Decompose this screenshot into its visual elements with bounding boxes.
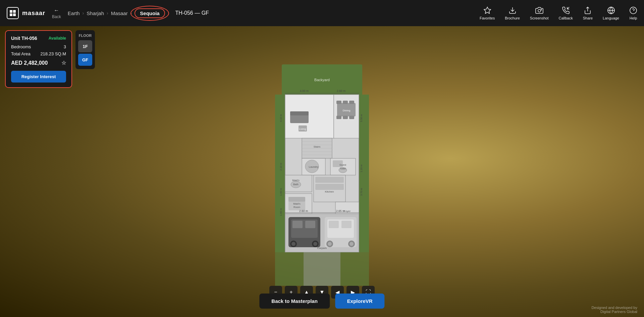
svg-rect-31 <box>343 101 348 104</box>
back-arrow-icon: ← <box>54 7 59 13</box>
floor-gf-button[interactable]: GF <box>78 54 92 66</box>
floor-1f-button[interactable]: 1F <box>78 40 92 52</box>
svg-text:Carpark: Carpark <box>317 247 327 250</box>
unit-status: Available <box>49 36 66 41</box>
svg-text:5.50 m: 5.50 m <box>360 114 363 122</box>
unit-info-panel: Unit TH-056 Available Bedrooms 3 Total A… <box>5 30 72 88</box>
svg-rect-89 <box>329 221 339 228</box>
svg-text:1.20 m: 1.20 m <box>360 164 363 172</box>
svg-rect-90 <box>341 221 352 228</box>
svg-rect-25 <box>290 111 309 115</box>
svg-text:2.60 m: 2.60 m <box>299 209 308 213</box>
top-navigation: masaar ← Back Earth › Sharjah › Masaar ›… <box>0 0 644 26</box>
callback-label: Callback <box>559 16 573 20</box>
svg-rect-32 <box>349 101 354 104</box>
language-action[interactable]: Language <box>603 6 619 20</box>
help-icon <box>629 6 637 14</box>
breadcrumb-sequoia[interactable]: Sequoia <box>135 8 165 18</box>
svg-rect-1 <box>13 10 16 13</box>
breadcrumb-sharjah[interactable]: Sharjah <box>87 10 104 16</box>
unit-id: Unit TH-056 <box>11 36 37 41</box>
camera-icon <box>535 6 543 14</box>
footer-credit: Designed and developed by Digital Partne… <box>592 306 637 314</box>
svg-rect-2 <box>10 13 12 16</box>
svg-rect-3 <box>13 13 16 16</box>
breadcrumb-earth[interactable]: Earth <box>68 10 80 16</box>
back-to-masterplan-button[interactable]: Back to Masterplan <box>259 294 330 309</box>
share-icon <box>584 6 592 14</box>
area-label: Total Area <box>11 51 31 56</box>
unit-price: AED 2,482,000 ☆ <box>11 60 66 66</box>
svg-text:Dining: Dining <box>343 109 351 112</box>
breadcrumb-sep-4: › <box>168 10 169 16</box>
svg-text:2.10 m: 2.10 m <box>279 163 282 170</box>
svg-rect-97 <box>304 252 340 286</box>
svg-point-94 <box>350 242 354 246</box>
breadcrumb: Earth › Sharjah › Masaar › Sequoia › TH-… <box>68 8 480 18</box>
brochure-action[interactable]: Brochure <box>505 6 520 20</box>
svg-text:1.60 m: 1.60 m <box>279 208 282 216</box>
globe-icon <box>607 6 615 14</box>
help-action[interactable]: Help <box>629 6 637 20</box>
svg-text:2.65 m: 2.65 m <box>336 209 345 213</box>
breadcrumb-masaar[interactable]: Masaar <box>111 10 128 16</box>
breadcrumb-sep-2: › <box>107 10 108 16</box>
svg-point-86 <box>313 242 317 246</box>
floor-plan-container: Backyard 4.00 m 2.60 m Living <box>0 26 644 317</box>
footer-line2: Digital Partners Global <box>592 310 637 314</box>
brochure-label: Brochure <box>505 16 520 20</box>
footer-line1: Designed and developed by <box>592 306 637 310</box>
explore-vr-button[interactable]: ExploreVR <box>335 294 385 309</box>
svg-text:1.60 m: 1.60 m <box>279 188 282 196</box>
unit-area: Total Area 218.23 SQ.M <box>11 51 66 56</box>
svg-text:Room: Room <box>293 206 300 209</box>
unit-title: TH-056 — GF <box>175 10 209 16</box>
unit-header: Unit TH-056 Available <box>11 36 66 41</box>
breadcrumb-sep-1: › <box>83 10 84 16</box>
floor-plan-wrapper: Backyard 4.00 m 2.60 m Living <box>275 64 369 286</box>
logo-area[interactable]: masaar <box>7 7 45 19</box>
favorites-action[interactable]: Favorites <box>480 6 495 20</box>
svg-text:Maid's: Maid's <box>293 202 301 205</box>
svg-marker-4 <box>484 7 491 13</box>
svg-text:Kitchen: Kitchen <box>325 190 334 193</box>
svg-rect-68 <box>288 197 305 202</box>
help-label: Help <box>630 16 637 20</box>
svg-rect-0 <box>10 10 12 13</box>
svg-text:Maid's: Maid's <box>292 179 300 182</box>
svg-text:Living: Living <box>299 127 306 130</box>
share-action[interactable]: Share <box>583 6 593 20</box>
svg-text:Bath: Bath <box>293 183 298 186</box>
svg-line-8 <box>567 7 569 9</box>
language-label: Language <box>603 16 619 20</box>
callback-action[interactable]: Callback <box>559 6 573 20</box>
bedrooms-label: Bedrooms <box>11 44 31 49</box>
screenshot-action[interactable]: Screenshot <box>530 6 549 20</box>
svg-rect-35 <box>349 116 354 119</box>
area-value: 218.23 SQ.M <box>40 51 66 56</box>
favorite-icon[interactable]: ☆ <box>61 60 66 66</box>
bedrooms-value: 3 <box>64 44 66 49</box>
floor-label: FLOOR <box>79 34 92 38</box>
breadcrumb-sequoia-wrapper: Sequoia <box>135 8 165 18</box>
register-interest-button[interactable]: Register Interest <box>11 71 66 83</box>
back-label: Back <box>52 14 61 19</box>
svg-text:Toilet: Toilet <box>340 167 346 170</box>
svg-rect-82 <box>305 221 315 228</box>
back-button[interactable]: ← Back <box>52 7 61 19</box>
phone-icon <box>562 6 570 14</box>
floor-plan-svg[interactable]: Backyard 4.00 m 2.60 m Living <box>275 64 369 286</box>
screenshot-label: Screenshot <box>530 16 549 20</box>
svg-text:Stairs: Stairs <box>314 145 320 148</box>
svg-point-84 <box>291 242 296 246</box>
price-value: AED 2,482,000 <box>11 60 48 66</box>
favorites-label: Favorites <box>480 16 495 20</box>
svg-text:Backyard: Backyard <box>314 78 330 82</box>
svg-text:3.70 m: 3.70 m <box>360 188 363 196</box>
svg-rect-34 <box>343 116 348 119</box>
star-icon <box>483 6 491 14</box>
logo-icon <box>7 7 19 19</box>
svg-text:Guest: Guest <box>339 163 346 166</box>
logo-text: masaar <box>22 10 45 17</box>
svg-point-7 <box>541 9 542 10</box>
